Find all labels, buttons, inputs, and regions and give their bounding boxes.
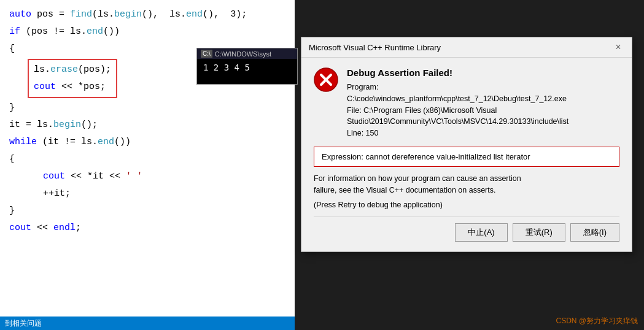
- dialog-title: Microsoft Visual C++ Runtime Library: [309, 43, 441, 52]
- dialog-close-button[interactable]: ×: [612, 41, 624, 53]
- expression-text: cannot dereference value-initialized lis…: [366, 152, 530, 161]
- console-content: 1 2 3 4 5: [197, 59, 297, 76]
- file-path: Studio\2019\Community\VC\Tools\MSVC\14.2…: [347, 117, 568, 126]
- console-icon: C:\: [201, 50, 212, 58]
- watermark-text: CSDN @努力学习夹痒钱: [556, 317, 638, 325]
- status-text: 到相关问题: [5, 318, 42, 329]
- code-line-2: if (pos != ls.end()): [9, 23, 285, 40]
- dialog-titlebar: Microsoft Visual C++ Runtime Library ×: [301, 37, 632, 58]
- error-icon: [314, 67, 338, 92]
- dialog-press-text: (Press Retry to debug the application): [314, 201, 619, 209]
- status-bar: 到相关问题: [0, 317, 295, 330]
- code-line-5: it = ls.begin();: [9, 117, 285, 134]
- assertion-title: Debug Assertion Failed!: [347, 67, 568, 78]
- abort-button[interactable]: 中止(A): [455, 223, 507, 242]
- dialog-body: Debug Assertion Failed! Program: C:\code…: [301, 58, 632, 251]
- info-text1: For information on how your program can …: [314, 174, 521, 183]
- file-label: File: C:\Program Files (x86)\Microsoft V…: [347, 106, 497, 115]
- press-text: (Press Retry to debug the application): [314, 201, 443, 209]
- console-titlebar: C:\ C:\WINDOWS\syst: [197, 48, 297, 59]
- expression-label: Expression:: [322, 152, 366, 161]
- dialog-footer-text: For information on how your program can …: [314, 173, 619, 196]
- program-label: Program:: [347, 83, 378, 91]
- dialog-program-info: Program: C:\code\windows_plantform\cpp\t…: [347, 82, 568, 139]
- console-output: 1 2 3 4 5: [203, 63, 250, 72]
- dialog-top-row: Debug Assertion Failed! Program: C:\code…: [314, 67, 619, 139]
- code-line-11: cout << endl;: [9, 220, 285, 237]
- code-line-1: auto pos = find(ls.begin(), ls.end(), 3)…: [9, 6, 285, 23]
- code-line-10: }: [9, 202, 285, 220]
- info-text2: failure, see the Visual C++ documentatio…: [314, 186, 495, 194]
- watermark: CSDN @努力学习夹痒钱: [556, 316, 638, 326]
- code-line-7: {: [9, 151, 285, 168]
- code-line-9: ++it;: [43, 185, 285, 202]
- code-line-8: cout << *it << ' ': [43, 168, 285, 185]
- code-box-erased: ls.erase(pos); cout << *pos;: [28, 59, 117, 98]
- error-dialog: Microsoft Visual C++ Runtime Library × D…: [301, 37, 632, 252]
- expression-box: Expression: cannot dereference value-ini…: [314, 147, 619, 167]
- ignore-button[interactable]: 忽略(I): [570, 223, 619, 242]
- code-line-6: while (it != ls.end()): [9, 134, 285, 151]
- line-label: Line: 150: [347, 129, 378, 137]
- code-line-4: }: [9, 99, 285, 117]
- program-path: C:\code\windows_plantform\cpp\test_7_12\…: [347, 94, 567, 103]
- console-title: C:\WINDOWS\syst: [215, 50, 271, 58]
- dialog-buttons: 中止(A) 重试(R) 忽略(I): [314, 217, 619, 244]
- retry-button[interactable]: 重试(R): [513, 223, 565, 242]
- console-window: C:\ C:\WINDOWS\syst 1 2 3 4 5: [196, 48, 298, 85]
- dialog-assertion-content: Debug Assertion Failed! Program: C:\code…: [347, 67, 568, 139]
